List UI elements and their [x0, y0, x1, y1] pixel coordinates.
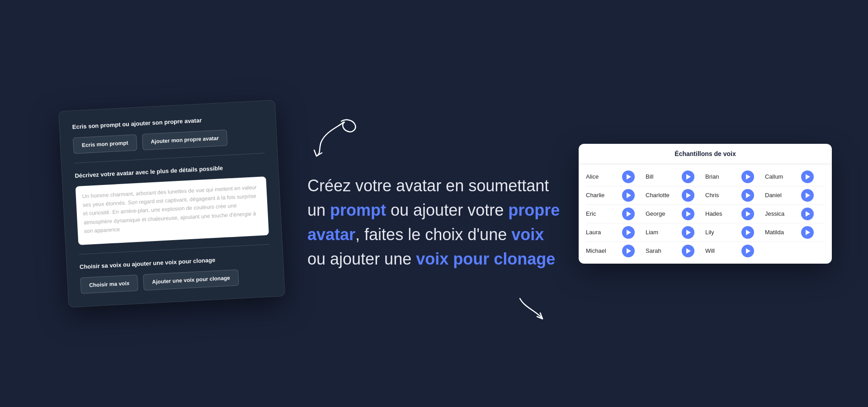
right-panel: Échantillons de voix Alice Bill Brian	[579, 144, 832, 264]
voice-cell-george: George	[646, 208, 705, 220]
play-will-button[interactable]	[741, 245, 754, 257]
avatar-description-textarea[interactable]: Un homme charmant, arborant des lunettes…	[75, 176, 269, 245]
play-icon-matilda	[806, 230, 810, 235]
play-icon-callum	[806, 174, 810, 180]
play-charlotte-button[interactable]	[682, 189, 694, 202]
voice-table-body: Alice Bill Brian Callum	[579, 164, 832, 264]
top-arrow-annotation	[307, 118, 362, 165]
left-panel: Ecris son prompt ou ajouter son propre a…	[58, 99, 285, 308]
voice-name-chris: Chris	[705, 192, 737, 199]
section1-title: Ecris son prompt ou ajouter son propre a…	[72, 114, 263, 130]
play-icon-george	[686, 211, 691, 217]
play-brian-button[interactable]	[741, 170, 754, 183]
voice-cell-michael: Michael	[586, 245, 646, 257]
play-lily-button[interactable]	[741, 226, 754, 239]
play-icon-lily	[746, 230, 750, 235]
voice-cell-daniel: Daniel	[765, 189, 825, 202]
voice-table-card: Échantillons de voix Alice Bill Brian	[579, 144, 832, 264]
text-highlight-prompt: prompt	[330, 201, 386, 219]
play-charlie-button[interactable]	[622, 189, 635, 202]
voice-cell-matilda: Matilda	[765, 226, 825, 239]
play-alice-button[interactable]	[622, 170, 635, 183]
voice-name-hades: Hades	[705, 210, 737, 217]
voice-cell-eric: Eric	[586, 208, 646, 220]
play-icon-bill	[686, 174, 691, 180]
play-icon-michael	[627, 248, 631, 254]
voice-name-jessica: Jessica	[765, 210, 797, 217]
play-michael-button[interactable]	[622, 245, 635, 257]
voice-name-george: George	[646, 210, 677, 217]
section-voice: Choisir sa voix ou ajouter une voix pour…	[80, 253, 272, 293]
voice-name-will: Will	[705, 247, 737, 254]
voice-cell-brian: Brian	[705, 170, 765, 183]
play-matilda-button[interactable]	[801, 226, 814, 239]
play-bill-button[interactable]	[682, 170, 694, 183]
voice-cell-alice: Alice	[586, 170, 646, 183]
voice-cell-chris: Chris	[705, 189, 765, 202]
voice-cell-bill: Bill	[646, 170, 705, 183]
voice-name-charlotte: Charlotte	[646, 192, 677, 199]
voice-cell-will: Will	[705, 245, 765, 257]
add-avatar-button[interactable]: Ajouter mon propre avatar	[142, 129, 228, 150]
play-george-button[interactable]	[682, 208, 694, 220]
text-part2: ou ajouter votre	[386, 201, 508, 219]
play-laura-button[interactable]	[622, 226, 635, 239]
voice-name-liam: Liam	[646, 229, 677, 236]
play-hades-button[interactable]	[741, 208, 754, 220]
play-jessica-button[interactable]	[801, 208, 814, 220]
top-arrow-svg	[307, 118, 362, 163]
voice-row-2: Charlie Charlotte Chris Daniel	[586, 186, 825, 205]
play-icon-liam	[686, 230, 691, 235]
section3-title: Choisir sa voix ou ajouter une voix pour…	[80, 253, 270, 270]
play-callum-button[interactable]	[801, 170, 814, 183]
section3-buttons: Choisir ma voix Ajouter une voix pour cl…	[80, 267, 271, 293]
voice-cell-sarah: Sarah	[646, 245, 705, 257]
play-icon-charlotte	[686, 193, 691, 198]
play-icon-brian	[746, 174, 750, 180]
play-chris-button[interactable]	[741, 189, 754, 202]
text-highlight-voix-clonage: voix pour clonage	[416, 250, 555, 268]
voice-name-brian: Brian	[705, 173, 737, 180]
voice-name-eric: Eric	[586, 210, 618, 217]
voice-name-charlie: Charlie	[586, 192, 618, 199]
play-icon-laura	[627, 230, 631, 235]
main-description-text: Créez votre avatar en soumettant un prom…	[307, 174, 561, 271]
add-voice-cloning-button[interactable]: Ajouter une voix pour clonage	[143, 269, 239, 290]
play-liam-button[interactable]	[682, 226, 694, 239]
play-sarah-button[interactable]	[682, 245, 694, 257]
voice-row-1: Alice Bill Brian Callum	[586, 168, 825, 186]
play-icon-daniel	[806, 193, 810, 198]
voice-name-matilda: Matilda	[765, 229, 797, 236]
voice-name-bill: Bill	[646, 173, 677, 180]
choose-voice-button[interactable]: Choisir ma voix	[80, 274, 138, 294]
voice-name-daniel: Daniel	[765, 192, 797, 199]
text-part3: , faites le choix d'une	[355, 225, 511, 244]
text-highlight-voix: voix	[511, 225, 544, 244]
voice-row-5: Michael Sarah Will	[586, 242, 825, 260]
voice-name-lily: Lily	[705, 229, 737, 236]
center-panel: Créez votre avatar en soumettant un prom…	[253, 118, 579, 289]
play-icon-chris	[746, 193, 750, 198]
section-prompt-avatar: Ecris son prompt ou ajouter son propre a…	[72, 114, 264, 163]
play-icon-charlie	[627, 193, 631, 198]
play-icon-will	[746, 248, 750, 254]
voice-cell-callum: Callum	[765, 170, 825, 183]
section2-title: Décrivez votre avatar avec le plus de dé…	[75, 162, 265, 179]
play-icon-alice	[627, 174, 631, 180]
voice-table-header: Échantillons de voix	[579, 144, 832, 164]
voice-cell-lily: Lily	[705, 226, 765, 239]
voice-name-callum: Callum	[765, 173, 797, 180]
play-icon-sarah	[686, 248, 691, 254]
voice-cell-hades: Hades	[705, 208, 765, 220]
ui-card: Ecris son prompt ou ajouter son propre a…	[58, 99, 285, 308]
write-prompt-button[interactable]: Ecris mon prompt	[73, 134, 137, 153]
voice-name-michael: Michael	[586, 247, 618, 254]
play-eric-button[interactable]	[622, 208, 635, 220]
section-describe-avatar: Décrivez votre avatar avec le plus de dé…	[75, 162, 269, 255]
text-part4: ou ajouter une	[307, 250, 416, 268]
voice-row-3: Eric George Hades Jessica	[586, 205, 825, 223]
voice-name-sarah: Sarah	[646, 247, 677, 254]
voice-name-laura: Laura	[586, 229, 618, 236]
play-icon-eric	[627, 211, 631, 217]
play-daniel-button[interactable]	[801, 189, 814, 202]
